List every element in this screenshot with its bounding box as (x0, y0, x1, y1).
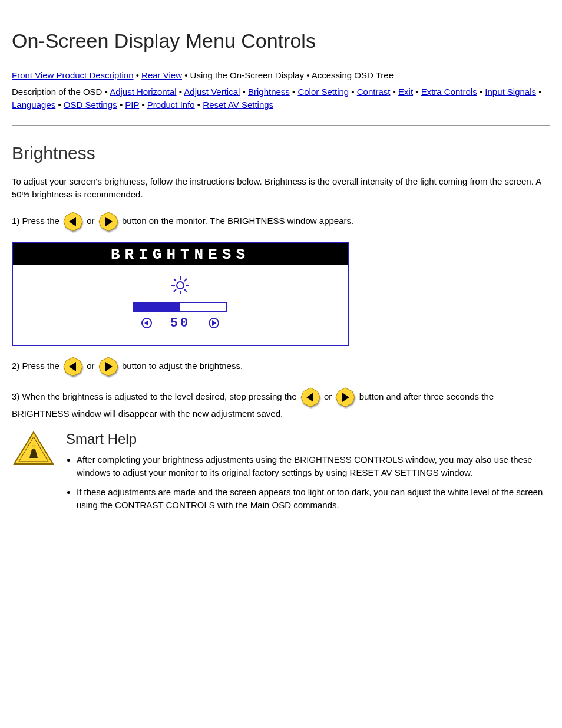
svg-point-4 (177, 282, 184, 289)
brightness-progress-fill (134, 303, 180, 311)
smart-help-bullet-1: After completing your brightness adjustm… (77, 453, 550, 480)
brightness-controls-row: 50 (13, 316, 348, 331)
intro-text: To adjust your screen's brightness, foll… (12, 175, 550, 201)
brightness-progress-bar (133, 302, 227, 312)
svg-marker-16 (212, 320, 216, 326)
left-arrow-button-icon (300, 387, 320, 407)
section-heading: Brightness (12, 143, 550, 163)
link-rear-view[interactable]: Rear View (141, 70, 182, 80)
brightness-value: 50 (160, 316, 201, 331)
svg-marker-14 (144, 320, 148, 326)
step-1: 1) Press the or button on the monitor. T… (12, 212, 550, 232)
sun-icon (170, 275, 190, 297)
link-adjust-horizontal[interactable]: Adjust Horizontal (110, 87, 176, 97)
svg-line-10 (184, 289, 187, 292)
right-arrow-button-icon (98, 212, 118, 232)
link-brightness[interactable]: Brightness (248, 87, 290, 97)
link-product-info[interactable]: Product Info (147, 100, 195, 110)
svg-line-11 (184, 279, 187, 281)
link-front-view[interactable]: Front View Product Description (12, 70, 133, 80)
link-adjust-vertical[interactable]: Adjust Vertical (184, 87, 240, 97)
smart-help-bullet-2: If these adjustments are made and the sc… (77, 486, 550, 512)
link-languages[interactable]: Languages (12, 100, 55, 110)
nav-row-2: Description of the OSD • Adjust Horizont… (12, 85, 550, 111)
smart-help-heading: Smart Help (66, 431, 550, 447)
osd-right-arrow-icon (209, 318, 219, 328)
smart-help-block: Smart Help After completing your brightn… (12, 431, 550, 518)
nav-row-1: Front View Product Description • Rear Vi… (12, 69, 550, 82)
svg-line-9 (174, 279, 176, 281)
link-contrast[interactable]: Contrast (357, 87, 391, 97)
link-input-signals[interactable]: Input Signals (485, 87, 536, 97)
link-color-setting[interactable]: Color Setting (297, 87, 349, 97)
link-reset-av-settings[interactable]: Reset AV Settings (203, 100, 273, 110)
divider (12, 125, 550, 126)
osd-title: BRIGHTNESS (13, 243, 348, 265)
link-exit[interactable]: Exit (398, 87, 413, 97)
right-arrow-button-icon (335, 387, 355, 407)
step-3: 3) When the brightness is adjusted to th… (12, 387, 550, 420)
right-arrow-button-icon (98, 357, 118, 377)
osd-left-arrow-icon (141, 318, 152, 328)
step-2: 2) Press the or button to adjust the bri… (12, 357, 550, 377)
link-extra-controls[interactable]: Extra Controls (421, 87, 477, 97)
left-arrow-button-icon (63, 212, 83, 232)
left-arrow-button-icon (63, 357, 83, 377)
svg-line-12 (174, 289, 176, 292)
osd-brightness-panel: BRIGHTNESS 50 (12, 242, 349, 346)
link-pip[interactable]: PIP (125, 100, 139, 110)
link-osd-settings[interactable]: OSD Settings (64, 100, 117, 110)
nav-prefix: Description of the OSD • (12, 87, 110, 97)
warning-triangle-icon (12, 431, 55, 466)
page-title: On-Screen Display Menu Controls (12, 29, 550, 52)
